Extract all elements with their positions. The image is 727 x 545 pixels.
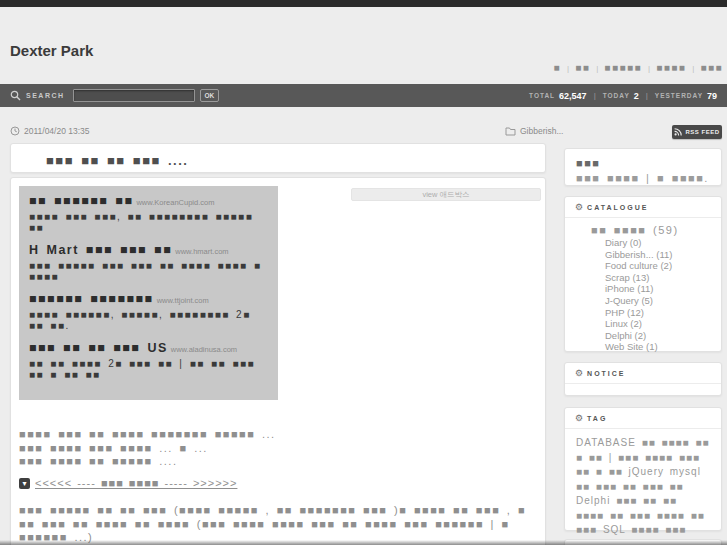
profile-description: ■■■ ■■■■ | ■ ■■■■. bbox=[576, 172, 710, 184]
search-bar: SEARCH OK TOTAL 62,547 | TODAY 2 | YESTE… bbox=[0, 84, 727, 107]
view-adbox-button[interactable]: view 애드박스 bbox=[351, 188, 541, 201]
total-label: TOTAL bbox=[529, 92, 555, 99]
listing-title[interactable]: ■■ ■■■■■■ ■■www.KoreanCupid.com bbox=[29, 195, 268, 209]
post-category-text: Gibberish... bbox=[520, 126, 563, 136]
listing-url[interactable]: www.hmart.com bbox=[175, 247, 228, 256]
yesterday-value: 79 bbox=[707, 91, 717, 101]
listing-item: H Mart ■■■ ■■■ ■■www.hmart.com ■■■ ■■■■■… bbox=[29, 244, 268, 282]
catalogue-item[interactable]: iPhone (11) bbox=[605, 283, 721, 295]
listing-body: ■■■■ ■■■■■■, ■■■■■, ■■■■■■■■ 2■ ■■ ■■. bbox=[29, 309, 268, 331]
catalogue-items: Diary (0)Gibberish... (11)Food culture (… bbox=[605, 237, 721, 353]
browser-top-bar bbox=[0, 0, 727, 7]
paragraph-line: ■■■ ■■■■ ■■■ ■■■■ ... ■ ... bbox=[19, 442, 543, 456]
clock-icon bbox=[10, 126, 20, 136]
profile-name: ■■■ bbox=[576, 157, 710, 169]
catalogue-header: ⚙ CATALOGUE bbox=[565, 197, 721, 218]
today-value: 2 bbox=[634, 91, 639, 101]
yesterday-label: YESTERDAY bbox=[655, 92, 703, 99]
total-value: 62,547 bbox=[559, 91, 587, 101]
post-date: 2011/04/20 13:35 bbox=[10, 126, 90, 136]
main-nav: ■ ■■ ■■■■■ ■■■■ ■■■ bbox=[554, 62, 723, 73]
window-bottom-shadow bbox=[0, 540, 727, 545]
more-row: ▾ <<<<< ---- ■■■ ■■■■ ----- >>>>>> bbox=[19, 477, 237, 489]
catalogue-item[interactable]: PHP (12) bbox=[605, 307, 721, 319]
post-paragraph-2: ■■■ ■■■■■ ■■ ■■ ■■■ (■■■■ ■■■■■ , ■■ ■■■… bbox=[19, 504, 543, 545]
listing-url[interactable]: www.aladinusa.com bbox=[171, 345, 237, 354]
tag-header: ⚙ TAG bbox=[565, 408, 721, 429]
page: Dexter Park ■ ■■ ■■■■■ ■■■■ ■■■ SEARCH O… bbox=[0, 0, 727, 545]
tag-title: TAG bbox=[587, 415, 607, 422]
paragraph-line: ■■■ ■■■■ ■■ ■■■■■ .... bbox=[19, 455, 543, 469]
folder-icon bbox=[505, 127, 516, 136]
visitor-stats: TOTAL 62,547 | TODAY 2 | YESTERDAY 79 bbox=[529, 91, 717, 101]
sidebar-profile-panel: ■■■ ■■■ ■■■■ | ■ ■■■■. bbox=[564, 148, 722, 186]
listing-url[interactable]: www.KoreanCupid.com bbox=[136, 198, 214, 207]
catalogue-item[interactable]: Diary (0) bbox=[605, 237, 721, 249]
catalogue-item[interactable]: Web Site (1) bbox=[605, 341, 721, 353]
catalogue-item[interactable]: J-Query (5) bbox=[605, 295, 721, 307]
more-link[interactable]: <<<<< ---- ■■■ ■■■■ ----- >>>>>> bbox=[35, 477, 237, 489]
catalogue-root-item[interactable]: ■■ ■■■■ (59) bbox=[591, 224, 721, 236]
blog-title: Dexter Park bbox=[10, 42, 93, 59]
post-title-panel: ■■■ ■■ ■■ ■■■ .... bbox=[10, 143, 546, 173]
paragraph-line: ■■ ■■■ ■■ ■■■■ ■■ ■■■■ (■■■ ■■■■ ■■■■ ■■… bbox=[19, 518, 543, 532]
catalogue-item[interactable]: Delphi (2) bbox=[605, 330, 721, 342]
chevron-down-icon[interactable]: ▾ bbox=[19, 478, 30, 489]
post-category-link[interactable]: Gibberish... bbox=[505, 126, 563, 136]
catalogue-list: ■■ ■■■■ (59) Diary (0)Gibberish... (11)F… bbox=[565, 218, 721, 353]
catalogue-item[interactable]: Gibberish... (11) bbox=[605, 249, 721, 261]
listing-body: ■■ ■■ ■■■■ 2■ ■■■ ■■ | ■■ ■■ ■■■ ■■ ■ ■■… bbox=[29, 358, 268, 380]
today-label: TODAY bbox=[603, 92, 630, 99]
gear-icon: ⚙ bbox=[575, 203, 583, 212]
paragraph-line: ■■■ ■■■■■ ■■ ■■ ■■■ (■■■■ ■■■■■ , ■■ ■■■… bbox=[19, 504, 543, 518]
post-body-panel: ■■ ■■■■■■ ■■www.KoreanCupid.com ■■■■ ■■■… bbox=[10, 177, 546, 545]
search-ok-button[interactable]: OK bbox=[200, 89, 220, 102]
ad-listings-box: ■■ ■■■■■■ ■■www.KoreanCupid.com ■■■■ ■■■… bbox=[19, 186, 278, 400]
notice-title: NOTICE bbox=[587, 370, 625, 377]
post-date-text: 2011/04/20 13:35 bbox=[24, 126, 90, 136]
notice-header: ⚙ NOTICE bbox=[565, 363, 721, 384]
paragraph-line: ■■■■ ■■■ ■■ ■■■■ ■■■■■■■ ■■■■■ ... bbox=[19, 428, 543, 442]
stats-separator: | bbox=[594, 91, 596, 100]
post-title[interactable]: ■■■ ■■ ■■ ■■■ .... bbox=[46, 153, 188, 168]
gear-icon: ⚙ bbox=[575, 369, 583, 378]
rss-feed-label: RSS FEED bbox=[685, 129, 719, 135]
tag-cloud[interactable]: DATABASE ■■ ■■■■ ■■ ■ ■■ | ■■■ ■■■■ ■■■ … bbox=[565, 429, 721, 545]
nav-item[interactable]: ■■■■■ bbox=[590, 62, 642, 73]
rss-feed-button[interactable]: RSS FEED bbox=[672, 125, 722, 139]
listing-body: ■■■ ■■■■■ ■■■ ■■■ ■■ ■■■■ ■■■■ ■ ■■■■ bbox=[29, 260, 268, 282]
rss-icon bbox=[674, 128, 682, 136]
nav-item[interactable]: ■■ bbox=[561, 62, 590, 73]
listing-title[interactable]: ■■■ ■■ ■■ ■■■ USwww.aladinusa.com bbox=[29, 342, 268, 356]
listing-url[interactable]: www.ttjoint.com bbox=[157, 296, 209, 305]
post-paragraph-1: ■■■■ ■■■ ■■ ■■■■ ■■■■■■■ ■■■■■ ...■■■ ■■… bbox=[19, 428, 543, 469]
sidebar-tag-panel: ⚙ TAG DATABASE ■■ ■■■■ ■■ ■ ■■ | ■■■ ■■■… bbox=[564, 407, 722, 531]
gear-icon: ⚙ bbox=[575, 414, 583, 423]
listing-item: ■■■■■■ ■■■■■■■www.ttjoint.com ■■■■ ■■■■■… bbox=[29, 293, 268, 331]
sidebar-catalogue-panel: ⚙ CATALOGUE ■■ ■■■■ (59) Diary (0)Gibber… bbox=[564, 196, 722, 352]
listing-body: ■■■■ ■■■ ■■■, ■■ ■■■■■■■■ ■■■■■ ■■ bbox=[29, 211, 268, 233]
catalogue-item[interactable]: Food culture (2) bbox=[605, 260, 721, 272]
search-icon bbox=[10, 90, 21, 101]
catalogue-item[interactable]: Linux (2) bbox=[605, 318, 721, 330]
sidebar-notice-panel: ⚙ NOTICE bbox=[564, 362, 722, 396]
listing-title[interactable]: ■■■■■■ ■■■■■■■www.ttjoint.com bbox=[29, 293, 268, 307]
search-input[interactable] bbox=[73, 89, 195, 102]
listing-item: ■■■ ■■ ■■ ■■■ USwww.aladinusa.com ■■ ■■ … bbox=[29, 342, 268, 380]
listing-item: ■■ ■■■■■■ ■■www.KoreanCupid.com ■■■■ ■■■… bbox=[29, 195, 268, 233]
catalogue-title: CATALOGUE bbox=[587, 204, 648, 211]
nav-item[interactable]: ■ bbox=[554, 62, 562, 73]
listing-title[interactable]: H Mart ■■■ ■■■ ■■www.hmart.com bbox=[29, 244, 268, 258]
stats-separator: | bbox=[646, 91, 648, 100]
nav-item[interactable]: ■■■ bbox=[686, 62, 723, 73]
nav-item[interactable]: ■■■■ bbox=[642, 62, 686, 73]
search-label: SEARCH bbox=[26, 92, 65, 99]
catalogue-item[interactable]: Scrap (13) bbox=[605, 272, 721, 284]
